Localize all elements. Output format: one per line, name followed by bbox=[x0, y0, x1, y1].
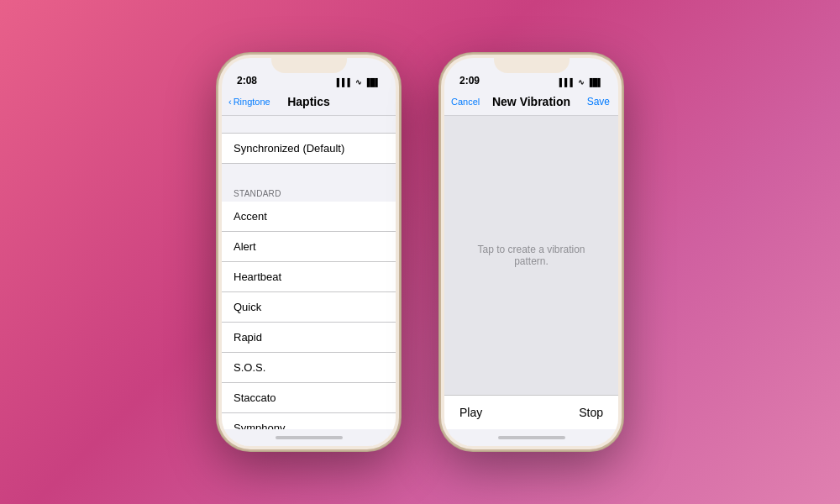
home-indicator-1 bbox=[222, 429, 396, 446]
vibration-content: Tap to create a vibration pattern. Play … bbox=[444, 116, 618, 429]
list-item-heartbeat-label: Heartbeat bbox=[234, 270, 281, 283]
time-2: 2:09 bbox=[459, 75, 480, 87]
cancel-label: Cancel bbox=[451, 97, 480, 107]
list-item-rapid[interactable]: Rapid bbox=[222, 323, 396, 353]
nav-bar-2: Cancel New Vibration Save bbox=[444, 90, 618, 116]
nav-bar-1: ‹ Ringtone Haptics bbox=[222, 90, 396, 116]
time-1: 2:08 bbox=[237, 75, 257, 87]
vibration-controls: Play Stop bbox=[444, 395, 618, 429]
status-icons-2: ▌▌▌ ∿ ▐█▌ bbox=[559, 78, 603, 87]
save-button[interactable]: Save bbox=[587, 96, 610, 108]
wifi-icon-1: ∿ bbox=[355, 78, 362, 87]
phone1-frame: 2:08 ▌▌▌ ∿ ▐█▌ ‹ Ringtone Haptics Synchr… bbox=[218, 55, 399, 449]
list-item-symphony-label: Symphony bbox=[234, 422, 285, 429]
nav-title-1: Haptics bbox=[287, 95, 330, 108]
list-item-accent-label: Accent bbox=[234, 210, 267, 223]
list-item-alert-label: Alert bbox=[234, 240, 256, 253]
home-bar-2 bbox=[498, 436, 565, 439]
vibration-tap-area[interactable]: Tap to create a vibration pattern. bbox=[444, 116, 618, 395]
back-button-1[interactable]: ‹ Ringtone bbox=[228, 97, 270, 107]
home-indicator-2 bbox=[444, 429, 618, 446]
back-label-1: Ringtone bbox=[234, 97, 270, 107]
spacer-top bbox=[222, 116, 396, 133]
list-item-rapid-label: Rapid bbox=[234, 331, 262, 344]
standard-header: STANDARD bbox=[222, 181, 396, 202]
battery-icon-1: ▐█▌ bbox=[365, 78, 381, 87]
nav-title-2: New Vibration bbox=[492, 95, 570, 108]
battery-icon-2: ▐█▌ bbox=[587, 78, 603, 87]
signal-icon-2: ▌▌▌ bbox=[559, 78, 575, 87]
phone1-screen: 2:08 ▌▌▌ ∿ ▐█▌ ‹ Ringtone Haptics Synchr… bbox=[222, 58, 396, 446]
spacer-standard bbox=[222, 164, 396, 181]
list-item-quick-label: Quick bbox=[234, 301, 261, 313]
wifi-icon-2: ∿ bbox=[578, 78, 585, 87]
list-item-staccato[interactable]: Staccato bbox=[222, 383, 396, 413]
default-cell-label: Synchronized (Default) bbox=[234, 142, 344, 155]
back-chevron-icon: ‹ bbox=[228, 97, 232, 107]
vibration-hint-text: Tap to create a vibration pattern. bbox=[444, 244, 618, 267]
list-item-heartbeat[interactable]: Heartbeat bbox=[222, 262, 396, 292]
play-button[interactable]: Play bbox=[459, 406, 482, 419]
home-bar-1 bbox=[276, 436, 343, 439]
status-icons-1: ▌▌▌ ∿ ▐█▌ bbox=[337, 78, 381, 87]
default-cell[interactable]: Synchronized (Default) bbox=[222, 133, 396, 164]
phone2-frame: 2:09 ▌▌▌ ∿ ▐█▌ Cancel New Vibration Save… bbox=[441, 55, 622, 449]
stop-button[interactable]: Stop bbox=[579, 406, 603, 419]
standard-section: STANDARD Accent Alert Heartbeat Quick Ra… bbox=[222, 181, 396, 429]
list-item-quick[interactable]: Quick bbox=[222, 292, 396, 323]
list-item-sos-label: S.O.S. bbox=[234, 361, 265, 374]
notch1 bbox=[271, 55, 347, 73]
list-item-sos[interactable]: S.O.S. bbox=[222, 353, 396, 383]
list-item-alert[interactable]: Alert bbox=[222, 232, 396, 262]
list-item-symphony[interactable]: Symphony bbox=[222, 413, 396, 429]
list-item-accent[interactable]: Accent bbox=[222, 202, 396, 232]
cancel-button[interactable]: Cancel bbox=[451, 97, 480, 107]
content-1: Synchronized (Default) STANDARD Accent A… bbox=[222, 116, 396, 429]
list-item-staccato-label: Staccato bbox=[234, 391, 276, 404]
phone2-screen: 2:09 ▌▌▌ ∿ ▐█▌ Cancel New Vibration Save… bbox=[444, 58, 618, 446]
signal-icon-1: ▌▌▌ bbox=[337, 78, 353, 87]
notch2 bbox=[494, 55, 570, 73]
